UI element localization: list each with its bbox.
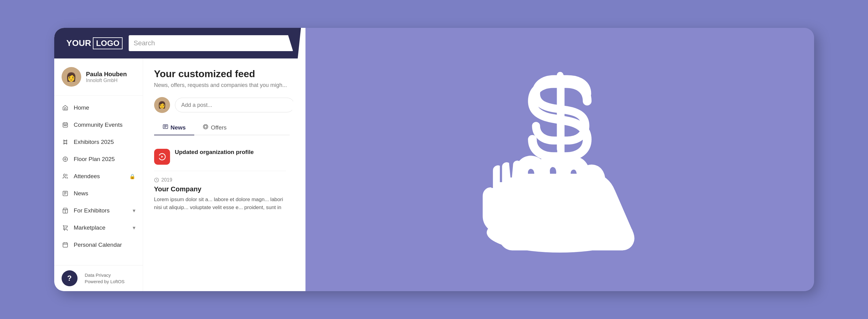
nav-item-news[interactable]: News xyxy=(54,185,143,202)
sidebar-footer: ? Data Privacy Powered by LoftOS xyxy=(54,265,143,291)
nav-item-community-events[interactable]: Community Events xyxy=(54,116,143,133)
nav-item-marketplace[interactable]: Marketplace ▾ xyxy=(54,219,143,236)
user-company: Innoloft GmbH xyxy=(86,78,127,83)
app-card: YOUR LOGO Search 👩 Paula Houben Inn xyxy=(54,28,814,291)
home-icon xyxy=(62,104,69,111)
company-year: 2019 xyxy=(161,177,173,183)
exhibitors-icon xyxy=(62,138,69,146)
company-year-row: 2019 xyxy=(154,177,294,183)
user-profile: 👩 Paula Houben Innoloft GmbH xyxy=(54,59,143,96)
svg-point-6 xyxy=(63,174,66,176)
nav-label-community-events: Community Events xyxy=(74,122,135,128)
attendees-icon xyxy=(62,173,69,180)
svg-point-10 xyxy=(204,125,208,129)
logo-area: YOUR LOGO xyxy=(66,37,123,49)
lock-icon: 🔒 xyxy=(129,173,135,180)
post-update-content: Updated organization profile xyxy=(175,149,294,156)
news-icon xyxy=(62,190,69,197)
personal-calendar-icon xyxy=(62,241,69,249)
search-bar[interactable]: Search xyxy=(129,35,293,51)
nav-menu: Home xyxy=(54,96,143,265)
nav-label-attendees: Attendees xyxy=(74,173,124,180)
tab-news[interactable]: News xyxy=(154,120,194,135)
main-area: 👩 Paula Houben Innoloft GmbH xyxy=(54,59,306,291)
nav-label-news: News xyxy=(74,190,135,197)
chevron-down-icon-marketplace: ▾ xyxy=(133,224,135,231)
powered-by-label: Powered by LoftOS xyxy=(85,279,125,284)
tab-offers-label: Offers xyxy=(211,124,226,131)
svg-point-3 xyxy=(66,125,66,126)
avatar: 👩 xyxy=(62,67,81,87)
search-placeholder: Search xyxy=(133,39,155,47)
company-post: 2019 Your Company Lorem ipsum dolor sit … xyxy=(154,171,294,217)
illustration-panel xyxy=(306,28,814,291)
news-tab-icon xyxy=(163,124,168,131)
svg-point-4 xyxy=(63,157,67,162)
post-update-title: Updated organization profile xyxy=(175,149,254,155)
nav-item-exhibitors-2025[interactable]: Exhibitors 2025 xyxy=(54,133,143,151)
company-name: Your Company xyxy=(154,185,294,193)
nav-label-exhibitors-2025: Exhibitors 2025 xyxy=(74,139,135,146)
post-avatar: 👩 xyxy=(154,97,170,113)
feed-area: Your customized feed News, offers, reque… xyxy=(143,59,306,291)
app-ui-panel: YOUR LOGO Search 👩 Paula Houben Inn xyxy=(54,28,306,291)
svg-rect-7 xyxy=(63,191,67,196)
sidebar: 👩 Paula Houben Innoloft GmbH xyxy=(54,59,143,291)
logo-box: LOGO xyxy=(93,37,123,49)
feed-subtitle: News, offers, requests and companies tha… xyxy=(154,82,294,89)
help-button[interactable]: ? xyxy=(62,270,78,286)
svg-rect-8 xyxy=(63,243,67,247)
user-name: Paula Houben xyxy=(86,71,127,78)
marketplace-icon xyxy=(62,224,69,231)
svg-point-5 xyxy=(64,159,66,160)
feed-post-update: Updated organization profile xyxy=(154,143,294,171)
logo-text: YOUR xyxy=(66,38,91,48)
post-input-row: 👩 xyxy=(154,97,294,113)
nav-item-home[interactable]: Home xyxy=(54,99,143,116)
nav-item-attendees[interactable]: Attendees 🔒 xyxy=(54,168,143,185)
svg-rect-11 xyxy=(204,126,207,128)
post-input[interactable] xyxy=(175,98,294,113)
tab-news-label: News xyxy=(170,124,186,131)
nav-item-personal-calendar[interactable]: Personal Calendar xyxy=(54,236,143,254)
feed-title: Your customized feed xyxy=(154,68,294,79)
nav-label-marketplace: Marketplace xyxy=(74,224,128,231)
post-update-icon-box xyxy=(154,149,170,165)
chevron-down-icon: ▾ xyxy=(133,207,135,214)
floor-plan-icon xyxy=(62,156,69,163)
nav-label-for-exhibitors: For Exhibitors xyxy=(74,207,128,214)
company-description: Lorem ipsum dolor sit a... labore et dol… xyxy=(154,196,294,211)
svg-point-1 xyxy=(64,125,64,126)
nav-item-for-exhibitors[interactable]: For Exhibitors ▾ xyxy=(54,202,143,219)
header-bar: YOUR LOGO Search xyxy=(54,28,306,59)
nav-label-floor-plan-2025: Floor Plan 2025 xyxy=(74,156,135,163)
scene: YOUR LOGO Search 👩 Paula Houben Inn xyxy=(36,22,833,297)
svg-point-2 xyxy=(65,125,66,126)
data-privacy-link[interactable]: Data Privacy xyxy=(85,273,125,278)
feed-tabs: News Offers xyxy=(154,120,294,135)
tab-offers[interactable]: Offers xyxy=(194,120,235,135)
footer-links: Data Privacy Powered by LoftOS xyxy=(85,273,125,284)
nav-label-personal-calendar: Personal Calendar xyxy=(74,242,135,248)
user-info: Paula Houben Innoloft GmbH xyxy=(86,71,127,83)
offers-tab-icon xyxy=(203,124,208,131)
for-exhibitors-icon xyxy=(62,207,69,214)
dollar-hand-illustration xyxy=(468,65,652,254)
nav-item-floor-plan-2025[interactable]: Floor Plan 2025 xyxy=(54,151,143,168)
community-events-icon xyxy=(62,121,69,129)
nav-label-home: Home xyxy=(74,104,135,111)
